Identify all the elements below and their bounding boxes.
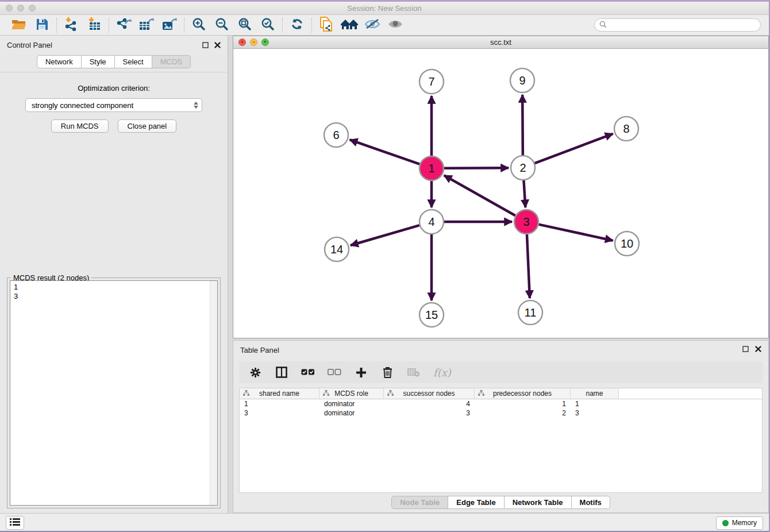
import-network-icon <box>64 17 79 33</box>
export-network-button[interactable] <box>115 17 132 33</box>
task-history-button[interactable] <box>6 516 24 530</box>
tab-select[interactable]: Select <box>115 55 152 68</box>
result-scrollbar[interactable] <box>210 281 217 505</box>
import-network-button[interactable] <box>63 17 80 33</box>
home-button[interactable] <box>341 17 358 33</box>
refresh-icon <box>290 17 304 33</box>
mcds-result-fieldset: MCDS result (2 nodes) 1 3 <box>7 277 221 508</box>
table-cell[interactable]: 4 <box>384 399 475 408</box>
close-panel-button-secondary[interactable]: Close panel <box>118 119 177 133</box>
zoom-fit-icon <box>238 17 252 33</box>
criterion-dropdown[interactable]: strongly connected component <box>25 98 202 112</box>
mcds-result-text[interactable]: 1 3 <box>10 280 218 506</box>
table-tab-motifs[interactable]: Motifs <box>572 496 610 509</box>
tab-network[interactable]: Network <box>37 55 82 68</box>
table-row[interactable]: 3dominator323 <box>240 408 762 418</box>
graph-edge-3-10[interactable] <box>538 225 613 241</box>
table-cell[interactable]: 2 <box>475 408 571 418</box>
graph-node-label-14: 14 <box>330 243 343 256</box>
graph-edge-2-8[interactable] <box>535 134 613 163</box>
criterion-dropdown-value: strongly connected component <box>32 101 194 110</box>
dropdown-stepper-icon <box>194 102 198 109</box>
network-graph[interactable]: 7968124314101511 <box>233 49 765 338</box>
memory-button[interactable]: Memory <box>716 516 763 530</box>
zoom-in-button[interactable] <box>190 17 207 33</box>
network-canvas[interactable]: 7968124314101511 <box>233 49 768 338</box>
table-cell[interactable]: 3 <box>571 408 619 418</box>
show-columns-button[interactable] <box>275 365 288 379</box>
table-cell[interactable]: 1 <box>475 399 571 408</box>
table-cell[interactable]: 3 <box>240 408 319 418</box>
column-header-shared-name[interactable]: shared name <box>240 388 319 399</box>
zoom-fit-button[interactable] <box>236 17 253 33</box>
column-header-predecessor-nodes[interactable]: predecessor nodes <box>475 388 571 399</box>
table-cell[interactable]: 3 <box>384 408 475 418</box>
app-titlebar: Session: New Session <box>0 2 769 15</box>
search-field[interactable] <box>594 18 761 32</box>
show-all-button[interactable] <box>387 17 404 33</box>
optimization-criterion-label: Optimization criterion: <box>0 84 228 92</box>
search-input[interactable] <box>610 21 756 29</box>
table-cell[interactable]: 1 <box>571 399 619 408</box>
column-group-icon <box>243 390 249 398</box>
graph-edge-1-2[interactable] <box>444 168 509 168</box>
table-cell[interactable]: 1 <box>240 399 319 408</box>
select-all-checkboxes-button[interactable] <box>301 365 315 379</box>
table-tab-edge-table[interactable]: Edge Table <box>448 496 504 509</box>
export-table-button[interactable] <box>138 17 155 33</box>
delete-table-button[interactable] <box>407 365 421 379</box>
table-tab-network-table[interactable]: Network Table <box>505 496 572 509</box>
save-session-button[interactable] <box>33 17 51 33</box>
control-panel-title: Control Panel <box>7 41 52 49</box>
network-close-button[interactable]: × <box>238 38 246 46</box>
tab-style[interactable]: Style <box>82 55 115 68</box>
table-tab-node-table[interactable]: Node Table <box>391 496 448 509</box>
settings-gear-button[interactable] <box>248 365 262 379</box>
open-file-button[interactable] <box>10 17 28 33</box>
float-panel-button[interactable] <box>202 42 209 48</box>
column-header-name[interactable]: name <box>571 388 619 399</box>
control-panel-tabs: NetworkStyleSelectMCDS <box>0 54 228 72</box>
import-table-button[interactable] <box>86 17 103 33</box>
graph-edge-2-9[interactable] <box>522 95 523 155</box>
export-image-button[interactable] <box>161 17 178 33</box>
graph-edge-4-14[interactable] <box>351 225 419 245</box>
graph-edge-3-11[interactable] <box>527 234 530 298</box>
network-maximize-button[interactable]: + <box>261 38 269 46</box>
zoom-out-icon <box>215 17 229 33</box>
table-cell[interactable]: dominator <box>319 399 384 408</box>
deselect-all-checkboxes-button[interactable] <box>328 365 341 379</box>
network-window-titlebar[interactable]: × − + scc.txt <box>233 36 768 49</box>
close-table-panel-button[interactable] <box>755 344 761 354</box>
column-group-icon <box>478 390 484 398</box>
table-row[interactable]: 1dominator411 <box>240 399 762 408</box>
tab-mcds[interactable]: MCDS <box>152 55 191 68</box>
column-group-icon <box>387 390 394 398</box>
table-cell[interactable]: dominator <box>319 408 384 418</box>
graph-node-label-9: 9 <box>519 74 525 87</box>
delete-row-button[interactable] <box>380 365 394 379</box>
run-mcds-button[interactable]: Run MCDS <box>51 119 109 133</box>
graph-node-label-6: 6 <box>333 129 339 141</box>
table-panel: Table Panel f(x) shared nameMCDS rolesuc… <box>233 340 769 513</box>
node-table[interactable]: shared nameMCDS rolesuccessor nodesprede… <box>239 388 763 493</box>
graph-edge-3-1[interactable] <box>444 175 515 215</box>
memory-status-icon <box>722 520 729 526</box>
network-window-title: scc.txt <box>233 38 768 47</box>
column-header-successor-nodes[interactable]: successor nodes <box>384 388 475 399</box>
refresh-view-button[interactable] <box>288 17 306 33</box>
hide-selected-button[interactable] <box>364 17 381 33</box>
zoom-out-button[interactable] <box>213 17 230 33</box>
column-group-icon <box>323 390 329 398</box>
column-header-MCDS-role[interactable]: MCDS role <box>319 388 384 399</box>
graph-edge-2-3[interactable] <box>523 180 525 207</box>
close-panel-button[interactable] <box>214 42 221 48</box>
search-icon <box>599 20 607 30</box>
function-builder-button[interactable]: f(x) <box>433 367 451 379</box>
graph-edge-1-6[interactable] <box>350 140 420 164</box>
add-row-button[interactable] <box>354 365 368 379</box>
float-table-panel-button[interactable] <box>742 344 749 354</box>
copy-network-button[interactable] <box>318 17 335 33</box>
zoom-selected-button[interactable] <box>259 17 276 33</box>
network-minimize-button[interactable]: − <box>250 38 257 46</box>
